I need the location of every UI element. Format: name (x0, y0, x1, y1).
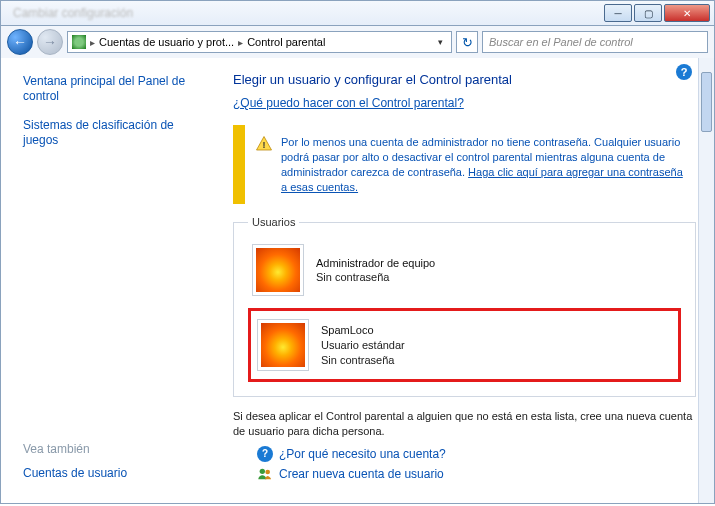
sidebar-link-control-panel-home[interactable]: Ventana principal del Panel de control (23, 74, 207, 104)
search-placeholder: Buscar en el Panel de control (489, 36, 633, 48)
user-row-admin[interactable]: Administrador de equipo Sin contraseña (248, 238, 681, 302)
footer-text: Si desea aplicar el Control parental a a… (233, 409, 696, 438)
sidebar: Ventana principal del Panel de control S… (1, 58, 219, 503)
user-info: SpamLoco Usuario estándar Sin contraseña (321, 323, 405, 368)
users-legend: Usuarios (248, 216, 299, 228)
users-group: Usuarios Administrador de equipo Sin con… (233, 216, 696, 397)
help-icon: ? (257, 446, 273, 462)
create-account-link[interactable]: Crear nueva cuenta de usuario (257, 466, 696, 482)
navigation-bar: ← → ▸ Cuentas de usuario y prot... ▸ Con… (0, 26, 715, 58)
forward-button[interactable]: → (37, 29, 63, 55)
back-button[interactable]: ← (7, 29, 33, 55)
svg-point-2 (265, 470, 270, 475)
warning-icon: ! (255, 135, 273, 153)
address-dropdown-icon[interactable]: ▾ (433, 37, 447, 47)
svg-text:!: ! (263, 140, 266, 150)
warning-panel: ! Por lo menos una cuenta de administrad… (233, 125, 696, 204)
window-title: Cambiar configuración (13, 6, 133, 20)
help-icon[interactable]: ? (676, 64, 692, 80)
user-row-spamloco[interactable]: SpamLoco Usuario estándar Sin contraseña (248, 308, 681, 382)
sidebar-link-user-accounts[interactable]: Cuentas de usuario (23, 466, 207, 481)
warning-text: Por lo menos una cuenta de administrador… (281, 135, 684, 194)
close-button[interactable]: ✕ (664, 4, 710, 22)
address-bar[interactable]: ▸ Cuentas de usuario y prot... ▸ Control… (67, 31, 452, 53)
footer-links: ? ¿Por qué necesito una cuenta? Crear nu… (233, 446, 696, 482)
svg-point-1 (260, 469, 265, 474)
breadcrumb-parental[interactable]: Control parental (247, 36, 325, 48)
window-titlebar: Cambiar configuración ─ ▢ ✕ (0, 0, 715, 26)
avatar (252, 244, 304, 296)
avatar (257, 319, 309, 371)
why-account-link[interactable]: ? ¿Por qué necesito una cuenta? (257, 446, 696, 462)
users-icon (257, 466, 273, 482)
scrollbar-thumb[interactable] (701, 72, 712, 132)
see-also-label: Vea también (23, 442, 207, 456)
breadcrumb-sep-icon: ▸ (238, 37, 243, 48)
breadcrumb-sep-icon: ▸ (90, 37, 95, 48)
sidebar-link-game-ratings[interactable]: Sistemas de clasificación de juegos (23, 118, 207, 148)
maximize-button[interactable]: ▢ (634, 4, 662, 22)
what-can-i-do-link[interactable]: ¿Qué puedo hacer con el Control parental… (233, 96, 464, 110)
refresh-button[interactable]: ↻ (456, 31, 478, 53)
content-pane: ? Elegir un usuario y configurar el Cont… (219, 58, 714, 503)
minimize-button[interactable]: ─ (604, 4, 632, 22)
main-area: Ventana principal del Panel de control S… (0, 58, 715, 504)
search-input[interactable]: Buscar en el Panel de control (482, 31, 708, 53)
page-title: Elegir un usuario y configurar el Contro… (233, 72, 696, 87)
breadcrumb-accounts[interactable]: Cuentas de usuario y prot... (99, 36, 234, 48)
user-info: Administrador de equipo Sin contraseña (316, 256, 435, 286)
control-panel-icon (72, 35, 86, 49)
vertical-scrollbar[interactable] (698, 58, 714, 503)
